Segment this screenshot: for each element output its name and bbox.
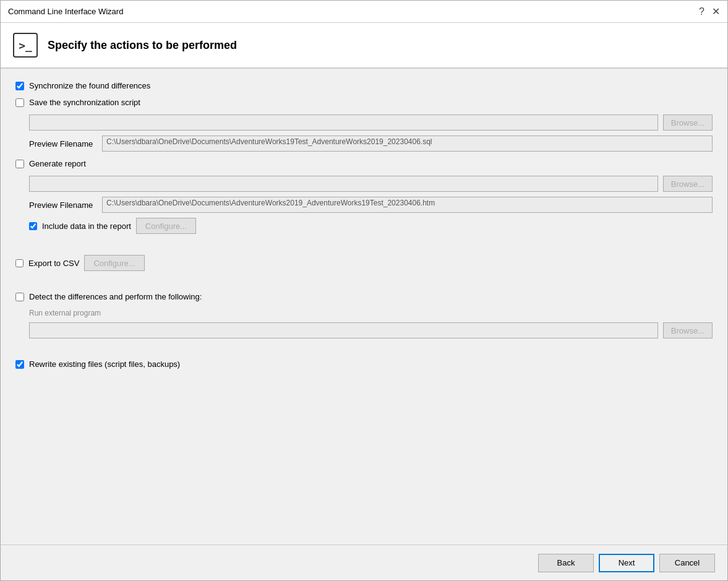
report-preview-row: Preview Filename C:\Users\dbara\OneDrive… — [29, 197, 713, 213]
wizard-header: >_ Specify the actions to be performed — [1, 23, 727, 69]
cancel-button[interactable]: Cancel — [659, 554, 715, 572]
next-button[interactable]: Next — [599, 554, 654, 572]
run-program-browse-button[interactable]: Browse... — [663, 322, 713, 338]
run-program-input[interactable] — [29, 322, 658, 338]
rewrite-files-row: Rewrite existing files (script files, ba… — [15, 359, 713, 369]
report-browse-button[interactable]: Browse... — [663, 176, 713, 192]
rewrite-files-label[interactable]: Rewrite existing files (script files, ba… — [29, 359, 180, 369]
generate-report-checkbox[interactable] — [15, 160, 24, 168]
divider-3 — [15, 346, 713, 352]
report-path-section: C:\Users\dbara\OneDrive\Documents\%DB1_%… — [29, 176, 713, 234]
script-path-input[interactable]: C:\Users\dbara\OneDrive\Documents\%DB2_%… — [29, 114, 658, 131]
script-preview-value: C:\Users\dbara\OneDrive\Documents\Advent… — [102, 136, 713, 152]
save-script-label[interactable]: Save the synchronization script — [29, 98, 140, 107]
title-controls: ? ✕ — [699, 7, 720, 17]
script-preview-row: Preview Filename C:\Users\dbara\OneDrive… — [29, 136, 713, 152]
detect-diff-row: Detect the differences and perform the f… — [15, 292, 713, 301]
page-title: Specify the actions to be performed — [48, 39, 237, 52]
save-script-row: Save the synchronization script — [15, 98, 713, 107]
export-csv-row: Export to CSV Configure... — [15, 255, 713, 271]
report-path-input[interactable]: C:\Users\dbara\OneDrive\Documents\%DB1_%… — [29, 176, 658, 192]
content-area: Synchronize the found differences Save t… — [1, 69, 727, 544]
report-preview-label: Preview Filename — [29, 200, 97, 210]
save-script-checkbox[interactable] — [15, 98, 24, 107]
script-file-row: C:\Users\dbara\OneDrive\Documents\%DB2_%… — [29, 114, 713, 131]
divider-2 — [15, 278, 713, 285]
rewrite-files-checkbox[interactable] — [15, 360, 24, 369]
window-title: Command Line Interface Wizard — [8, 7, 123, 16]
back-button[interactable]: Back — [538, 554, 594, 572]
export-csv-label[interactable]: Export to CSV — [28, 259, 79, 268]
include-data-row: Include data in the report Configure... — [29, 218, 713, 234]
divider-1 — [15, 241, 713, 247]
title-bar: Command Line Interface Wizard ? ✕ — [1, 1, 727, 23]
detect-diff-checkbox[interactable] — [15, 293, 24, 301]
script-browse-button[interactable]: Browse... — [663, 114, 713, 131]
report-preview-value: C:\Users\dbara\OneDrive\Documents\Advent… — [102, 197, 713, 213]
generate-report-label[interactable]: Generate report — [29, 159, 86, 168]
synchronize-checkbox[interactable] — [15, 82, 24, 90]
wizard-window: Command Line Interface Wizard ? ✕ >_ Spe… — [0, 0, 728, 581]
generate-report-row: Generate report — [15, 159, 713, 168]
run-program-row: Browse... — [29, 322, 713, 338]
report-file-row: C:\Users\dbara\OneDrive\Documents\%DB1_%… — [29, 176, 713, 192]
export-csv-checkbox[interactable] — [15, 259, 24, 267]
run-program-label: Run external program — [29, 309, 713, 317]
include-data-label[interactable]: Include data in the report — [42, 222, 131, 231]
configure-csv-button[interactable]: Configure... — [84, 255, 144, 271]
terminal-icon: >_ — [13, 33, 38, 58]
help-button[interactable]: ? — [699, 7, 704, 17]
detect-diff-label[interactable]: Detect the differences and perform the f… — [29, 292, 202, 301]
close-button[interactable]: ✕ — [712, 7, 720, 17]
script-path-section: C:\Users\dbara\OneDrive\Documents\%DB2_%… — [29, 114, 713, 152]
configure-report-button[interactable]: Configure... — [136, 218, 196, 234]
include-data-checkbox[interactable] — [29, 222, 37, 230]
synchronize-row: Synchronize the found differences — [15, 81, 713, 90]
run-program-section: Run external program Browse... — [29, 309, 713, 338]
footer-bar: Back Next Cancel — [1, 544, 727, 580]
script-preview-label: Preview Filename — [29, 139, 97, 148]
synchronize-label[interactable]: Synchronize the found differences — [29, 81, 150, 90]
